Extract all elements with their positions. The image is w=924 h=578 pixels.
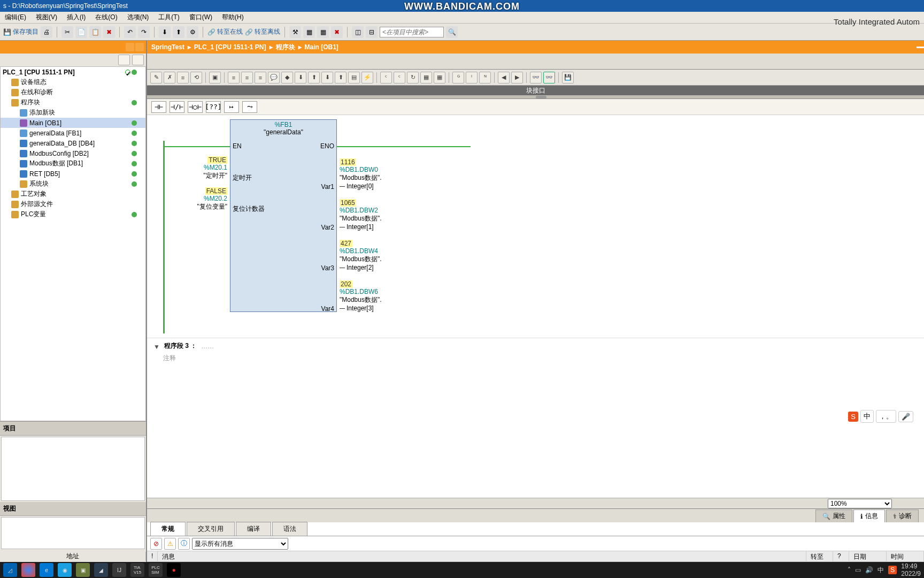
menu-help[interactable]: 帮助(H) (217, 13, 249, 22)
tree-btn1-icon[interactable] (118, 55, 130, 65)
et-m7-icon[interactable]: ⚡ (361, 72, 373, 83)
tree-item[interactable]: 外部源文件 (1, 199, 145, 209)
et-tag2-icon[interactable]: ✗ (164, 72, 175, 83)
ime-indicator[interactable]: S 中 ，。 🎤 (848, 410, 913, 423)
download-icon[interactable]: ⬇ (159, 26, 171, 38)
et-list3-icon[interactable]: ≡ (255, 72, 266, 83)
fb-call-block[interactable]: %FB1 "generalData" EN ENO 定时开 复位计数器 Var1… (230, 119, 337, 312)
et-clip-icon[interactable]: ▣ (209, 72, 221, 83)
tree-item[interactable]: generalData [FB1] (1, 128, 145, 138)
ime-mic-icon[interactable]: 🎤 (898, 411, 913, 422)
crumb-blocks[interactable]: 程序块 (276, 43, 295, 52)
crumb-plc[interactable]: PLC_1 [CPU 1511-1 PN] (194, 43, 266, 51)
et-comment-icon[interactable]: 💬 (268, 72, 280, 83)
menu-bar[interactable]: 编辑(E) 视图(V) 插入(I) 在线(O) 选项(N) 工具(T) 窗口(W… (0, 12, 924, 24)
et-mon3-icon[interactable]: ↻ (407, 72, 419, 83)
lad-coil[interactable]: ⊣○⊢ (188, 101, 203, 113)
tray-net-icon[interactable]: ▭ (855, 566, 861, 574)
et-m5-icon[interactable]: ⬆ (335, 72, 346, 83)
tree-btn2-icon[interactable] (132, 55, 144, 65)
tool-icon[interactable]: ⚒ (289, 26, 301, 38)
task-plcsim-icon[interactable]: PLCSIM (149, 563, 163, 577)
expand-icon[interactable]: ▼ (153, 343, 160, 349)
menu-online[interactable]: 在线(O) (90, 13, 122, 22)
tree-item[interactable]: generalData_DB [DB4] (1, 138, 145, 148)
cut-icon[interactable]: ✂ (61, 26, 73, 38)
tree-item[interactable]: 设备组态 (1, 77, 145, 87)
et-list2-icon[interactable]: ≡ (241, 72, 253, 83)
segment-comment[interactable]: 注释 (147, 354, 924, 363)
task-tia-icon[interactable]: TIAV15 (130, 563, 144, 577)
task-app2-icon[interactable]: ▣ (76, 563, 90, 577)
et-list1-icon[interactable]: ≡ (228, 72, 240, 83)
tree-item[interactable]: 程序块 (1, 97, 145, 108)
drag-handle-icon[interactable] (536, 96, 546, 98)
et-glasses-icon[interactable]: 👓 (530, 72, 542, 83)
subtab-general[interactable]: 常规 (150, 522, 186, 536)
et-glasses2-icon[interactable]: 👓 (543, 72, 555, 83)
filter-select[interactable]: 显示所有消息 (192, 538, 288, 550)
tree-item[interactable]: 工艺对象 (1, 189, 145, 199)
ime-lang[interactable]: 中 (860, 410, 874, 423)
subtab-compile[interactable]: 编译 (236, 522, 271, 536)
lad-branch[interactable]: ↦ (224, 101, 239, 113)
search-input[interactable] (380, 27, 444, 37)
print-icon[interactable]: 🖨 (41, 26, 52, 38)
tray-time[interactable]: 19:492022/9 (901, 562, 921, 577)
block-interface-label[interactable]: 块接口 (147, 86, 924, 95)
et-m1-icon[interactable]: ◆ (281, 72, 293, 83)
task-record-icon[interactable]: ● (167, 563, 181, 577)
split1-icon[interactable]: ◫ (352, 26, 364, 38)
et-mon4-icon[interactable]: ▦ (420, 72, 432, 83)
tab-properties[interactable]: 🔍 属性 (815, 509, 852, 522)
tree-item[interactable]: 添加新块 (1, 108, 145, 118)
task-app4-icon[interactable]: IJ (112, 563, 126, 577)
et-m2-icon[interactable]: ⬇ (295, 72, 306, 83)
zoom-select[interactable]: 100% (828, 499, 892, 508)
go-offline-button[interactable]: 🔗 转至离线 (245, 27, 280, 36)
menu-insert[interactable]: 插入(I) (62, 13, 90, 22)
et-go3-icon[interactable]: ᴺ (479, 72, 491, 83)
filter-info-icon[interactable]: ⓘ (178, 538, 190, 550)
tool2-icon[interactable]: ▦ (303, 26, 315, 38)
et-go1-icon[interactable]: ᴳ (452, 72, 464, 83)
tree-item[interactable]: 系统块 (1, 179, 145, 189)
go-online-button[interactable]: 🔗 转至在线 (207, 27, 243, 36)
save-project-button[interactable]: 💾 保存项目 (3, 27, 38, 36)
filter-warn-icon[interactable]: ⚠ (164, 538, 176, 550)
ime-punct[interactable]: ，。 (876, 410, 896, 423)
et-m6-icon[interactable]: ▤ (348, 72, 360, 83)
upload-icon[interactable]: ⬆ (173, 26, 184, 38)
split2-icon[interactable]: ⊟ (366, 26, 378, 38)
tree-item[interactable]: Main [OB1] (1, 118, 145, 128)
paste-icon[interactable]: 📋 (89, 26, 101, 38)
menu-edit[interactable]: 编辑(E) (0, 13, 31, 22)
filter-error-icon[interactable]: ⊘ (150, 538, 162, 550)
et-tag1-icon[interactable]: ✎ (150, 72, 162, 83)
et-m4-icon[interactable]: ⬇ (321, 72, 333, 83)
start-icon[interactable]: ◿ (3, 563, 17, 577)
lad-nc-contact[interactable]: ⊣/⊢ (170, 101, 184, 113)
et-mon5-icon[interactable]: ▦ (434, 72, 445, 83)
view-panel-body[interactable] (1, 517, 145, 549)
task-app1-icon[interactable]: ◉ (58, 563, 72, 577)
lad-branch-close[interactable]: ⤳ (242, 101, 257, 113)
lad-no-contact[interactable]: ⊣⊢ (151, 101, 166, 113)
menu-options[interactable]: 选项(N) (122, 13, 154, 22)
et-nav-left-icon[interactable]: ◀ (498, 72, 510, 83)
delete-icon[interactable]: ✖ (103, 26, 115, 38)
collapse-icon[interactable] (126, 43, 134, 51)
subtab-xref[interactable]: 交叉引用 (187, 522, 235, 536)
et-nav-right-icon[interactable]: ▶ (511, 72, 523, 83)
copy-icon[interactable]: 📄 (75, 26, 87, 38)
et-mon2-icon[interactable]: ᶜ (394, 72, 405, 83)
segment-header[interactable]: ▼ 程序段 3 ： …… (147, 338, 924, 354)
tray-up-icon[interactable]: ˄ (848, 566, 851, 574)
crumb-main[interactable]: Main [OB1] (305, 43, 338, 51)
in-operand-1[interactable]: TRUE %M20.1 "定时开" (166, 156, 230, 180)
in-operand-2[interactable]: FALSE %M20.2 "复位变量" (166, 187, 230, 211)
minimize-icon[interactable] (917, 47, 924, 48)
subtab-syntax[interactable]: 语法 (272, 522, 307, 536)
compile-icon[interactable]: ⚙ (187, 26, 198, 38)
et-mon1-icon[interactable]: ᶜ (380, 72, 392, 83)
